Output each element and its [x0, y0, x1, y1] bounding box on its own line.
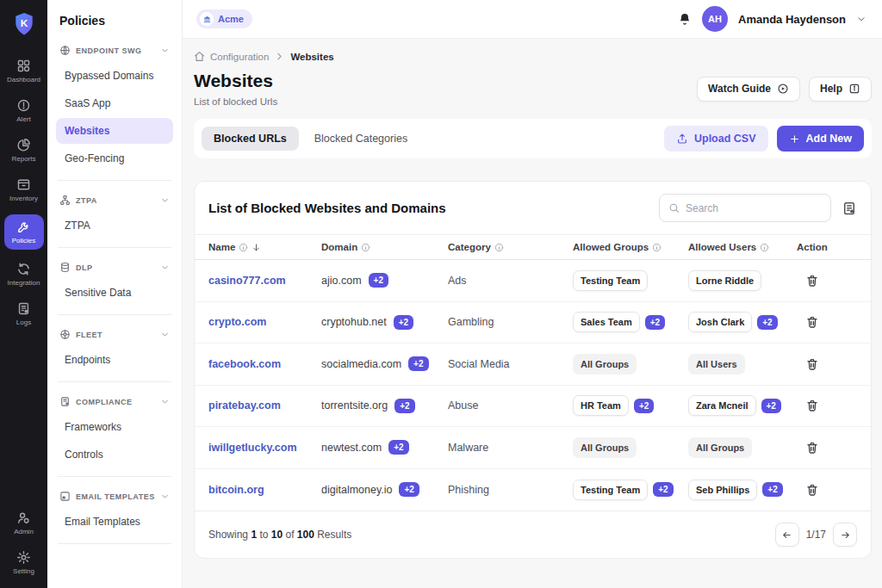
rail-item-dashboard[interactable]: Dashboard [4, 56, 44, 86]
sidebar-sections: ENDPOINT SWGBypassed DomainsSaaS AppWebs… [56, 40, 173, 544]
sidebar-item-geo-fencing[interactable]: Geo-Fencing [56, 145, 173, 171]
section-label: FLEET [76, 331, 155, 339]
delete-row-button[interactable] [805, 357, 819, 371]
pagination: 1/17 [775, 523, 857, 547]
website-name-link[interactable]: crypto.com [208, 316, 266, 328]
cell-category: Ads [448, 275, 573, 287]
brand-shield-logo[interactable]: K [13, 12, 35, 36]
table-row: piratebay.comtorrentsite.org+2AbuseHR Te… [195, 386, 871, 428]
domain-more-badge[interactable]: +2 [394, 315, 413, 330]
category-text: Abuse [448, 399, 478, 412]
section-header-compliance[interactable]: COMPLIANCE [56, 391, 173, 412]
section-header-ztpa[interactable]: ZTPA [56, 189, 173, 211]
rail-item-label: Alert [16, 115, 30, 123]
sidebar-item-email-templates[interactable]: Email Templates [56, 509, 173, 535]
section-header-fleet[interactable]: FLEET [56, 324, 173, 345]
website-name-link[interactable]: casino777.com [208, 275, 286, 287]
cell-name: crypto.com [208, 316, 321, 328]
sidebar-item-controls[interactable]: Controls [56, 442, 173, 467]
breadcrumb-parent[interactable]: Configuration [210, 52, 269, 62]
rail-item-setting[interactable]: Setting [4, 548, 44, 578]
search-input[interactable] [686, 202, 822, 214]
rail-item-label: Integration [8, 279, 40, 287]
org-switcher-badge[interactable]: Acme [196, 9, 252, 28]
website-name-link[interactable]: piratebay.com [208, 399, 281, 412]
chevron-down-icon [160, 263, 170, 272]
cell-action [797, 357, 857, 371]
allowed-users-more-badge[interactable]: +2 [761, 399, 781, 413]
website-name-link[interactable]: bitcoin.org [208, 484, 264, 496]
section-header-endpoint-swg[interactable]: ENDPOINT SWG [56, 40, 173, 61]
rail-item-alert[interactable]: Alert [4, 96, 44, 126]
allowed-groups-more-badge[interactable]: +2 [634, 399, 654, 413]
domain-more-badge[interactable]: +2 [399, 482, 419, 497]
sidebar-item-websites[interactable]: Websites [56, 118, 173, 144]
allowed-groups-more-badge[interactable]: +2 [645, 315, 665, 330]
rail-item-logs[interactable]: Logs [4, 299, 44, 329]
cell-domain: ajio.com+2 [321, 273, 448, 288]
section-label: COMPLIANCE [76, 398, 155, 406]
column-header-label: Name [208, 242, 235, 252]
user-menu-chevron-down-icon[interactable] [856, 14, 866, 24]
upload-icon [676, 133, 688, 145]
org-avatar [200, 12, 214, 26]
allowed-users-chip: All Users [688, 354, 745, 374]
arrow-down-icon[interactable] [252, 243, 261, 252]
domain-more-badge[interactable]: +2 [388, 440, 408, 455]
allowed-groups-chip: Sales Team [573, 312, 640, 332]
delete-row-button[interactable] [805, 315, 819, 329]
allowed-users-more-badge[interactable]: +2 [762, 482, 782, 497]
tab-blocked-urls[interactable]: Blocked URLs [202, 127, 299, 151]
export-list-button[interactable] [842, 201, 857, 216]
delete-row-button[interactable] [805, 399, 819, 412]
domain-more-badge[interactable]: +2 [408, 356, 428, 371]
user-name[interactable]: Amanda Haydenson [738, 13, 846, 26]
allowed-users-more-badge[interactable]: +2 [757, 315, 777, 330]
domain-more-badge[interactable]: +2 [369, 273, 388, 288]
tab-blocked-categories[interactable]: Blocked Categories [302, 127, 419, 151]
previous-page-button[interactable] [775, 523, 799, 547]
table-header-row: NameDomainCategoryAllowed GroupsAllowed … [195, 234, 871, 260]
sidebar-item-bypassed-domains[interactable]: Bypassed Domains [56, 63, 173, 89]
next-page-button[interactable] [833, 523, 857, 547]
column-header-label: Action [797, 242, 828, 252]
allowed-users-chip: Zara Mcneil [688, 395, 756, 416]
section-divider [58, 476, 171, 477]
sidebar-item-frameworks[interactable]: Frameworks [56, 414, 173, 440]
rail-item-inventory[interactable]: Inventory [4, 175, 44, 205]
column-header-allowed-groups: Allowed Groups [573, 242, 688, 252]
sidebar-item-endpoints[interactable]: Endpoints [56, 347, 173, 373]
rail-item-policies[interactable]: Policies [4, 214, 44, 250]
help-button[interactable]: Help [809, 77, 872, 102]
user-avatar[interactable]: AH [702, 6, 728, 32]
section-header-email-templates[interactable]: EMAIL TEMPLATES [56, 486, 173, 507]
allowed-groups-more-badge[interactable]: +2 [653, 482, 673, 497]
notifications-bell-icon[interactable] [678, 12, 692, 26]
upload-csv-button[interactable]: Upload CSV [664, 126, 768, 152]
topbar: Acme AH Amanda Haydenson [183, 0, 882, 39]
website-name-link[interactable]: facebook.com [208, 358, 281, 370]
home-icon[interactable] [194, 51, 205, 62]
sidebar-item-ztpa[interactable]: ZTPA [56, 213, 173, 238]
domain-more-badge[interactable]: +2 [394, 399, 414, 413]
watch-guide-button[interactable]: Watch Guide [697, 77, 800, 102]
trash-icon [805, 441, 819, 455]
cell-domain: cryptohub.net+2 [321, 315, 448, 330]
delete-row-button[interactable] [805, 441, 819, 455]
section-header-dlp[interactable]: DLP [56, 257, 173, 278]
sidebar-item-saas-app[interactable]: SaaS App [56, 90, 173, 116]
cell-name: bitcoin.org [208, 484, 321, 496]
column-header-label: Allowed Users [688, 242, 756, 252]
app-root: K DashboardAlertReportsInventoryPolicies… [0, 0, 882, 588]
add-new-button[interactable]: Add New [777, 126, 864, 152]
section-divider [58, 247, 171, 248]
allowed-users-chip: Seb Phillips [688, 480, 757, 500]
rail-item-integration[interactable]: Integration [4, 259, 44, 289]
rail-item-admin[interactable]: Admin [4, 508, 44, 538]
delete-row-button[interactable] [805, 483, 819, 497]
rail-item-reports[interactable]: Reports [4, 135, 44, 165]
delete-row-button[interactable] [805, 274, 819, 288]
website-name-link[interactable]: iwillgetlucky.com [208, 442, 297, 454]
cell-action [797, 399, 857, 412]
sidebar-item-sensitive-data[interactable]: Sensitive Data [56, 280, 173, 306]
